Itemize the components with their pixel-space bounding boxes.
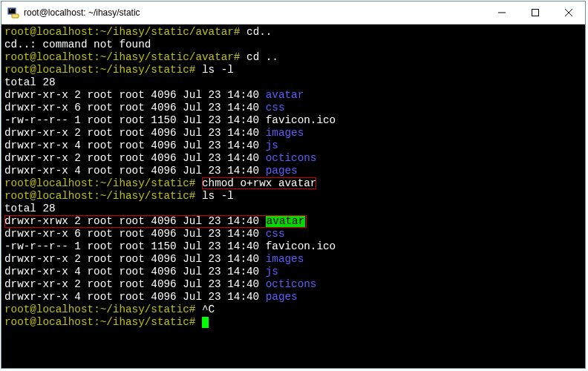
prompt-path: :~/ihasy/static# <box>94 64 195 76</box>
ls-row: drwxr-xr-x 2 root root 4096 Jul 23 14:40… <box>4 253 582 266</box>
app-window: root@localhost: ~/ihasy/static root@loca… <box>1 1 586 369</box>
prompt-path: :~/ihasy/static/avatar# <box>94 51 240 63</box>
ls-row: -rw-r--r-- 1 root root 1150 Jul 23 14:40… <box>4 114 582 127</box>
term-line: cd..: command not found <box>4 39 582 51</box>
ls-row: -rw-r--r-- 1 root root 1150 Jul 23 14:40… <box>4 240 582 253</box>
ls-meta: drwxr-xr-x 2 root root 4096 Jul 23 14:40 <box>4 152 266 164</box>
prompt-path: :~/ihasy/static# <box>94 177 195 189</box>
cmd-chmod: chmod o+rwx avatar <box>202 177 316 189</box>
ls-name: octicons <box>266 152 317 164</box>
term-line: root@localhost:~/ihasy/static# ls -l <box>4 190 582 203</box>
ls-meta: drwxr-xr-x 2 root root 4096 Jul 23 14:40 <box>4 278 266 290</box>
prompt-user: root@localhost <box>4 316 94 328</box>
ls-name: js <box>266 266 278 278</box>
ls-row: drwxr-xr-x 6 root root 4096 Jul 23 14:40… <box>4 102 582 114</box>
prompt-user: root@localhost <box>4 26 94 38</box>
ls-meta: drwxr-xr-x 6 root root 4096 Jul 23 14:40 <box>4 228 266 240</box>
ls-row: drwxr-xr-x 2 root root 4096 Jul 23 14:40… <box>4 89 582 102</box>
ls-name: js <box>266 139 278 151</box>
ls-meta: drwxr-xr-x 6 root root 4096 Jul 23 14:40 <box>4 102 266 114</box>
ls-row: drwxr-xr-x 4 root root 4096 Jul 23 14:40… <box>4 165 582 177</box>
ls-name: css <box>266 102 285 114</box>
ls-name: css <box>266 228 285 240</box>
window-controls <box>485 1 585 24</box>
ls-row: drwxr-xr-x 4 root root 4096 Jul 23 14:40… <box>4 139 582 152</box>
ls-meta: -rw-r--r-- 1 root root 1150 Jul 23 14:40 <box>4 114 266 126</box>
term-line: root@localhost:~/ihasy/static# <box>4 316 582 329</box>
cursor <box>202 317 209 328</box>
prompt-path: :~/ihasy/static/avatar# <box>94 26 240 38</box>
ls-row: drwxr-xr-x 2 root root 4096 Jul 23 14:40… <box>4 127 582 139</box>
ls-meta: drwxr-xr-x 4 root root 4096 Jul 23 14:40 <box>4 291 266 303</box>
term-line: root@localhost:~/ihasy/static# ^C <box>4 303 582 316</box>
prompt-user: root@localhost <box>4 303 94 315</box>
ls-name: octicons <box>266 278 317 290</box>
ls-meta: drwxr-xr-x 4 root root 4096 Jul 23 14:40 <box>4 165 266 177</box>
window-title: root@localhost: ~/ihasy/static <box>24 7 485 18</box>
cmd: ls -l <box>195 64 233 76</box>
close-button[interactable] <box>552 1 585 24</box>
prompt-user: root@localhost <box>4 177 94 189</box>
ls-name: avatar <box>266 89 304 101</box>
prompt-user: root@localhost <box>4 190 94 202</box>
term-line: total 28 <box>4 76 582 89</box>
ls-meta: drwxr-xr-x 4 root root 4096 Jul 23 14:40 <box>4 139 266 151</box>
ls-row: drwxr-xr-x 6 root root 4096 Jul 23 14:40… <box>4 228 582 240</box>
minimize-button[interactable] <box>485 1 518 24</box>
terminal[interactable]: root@localhost:~/ihasy/static/avatar# cd… <box>1 24 585 368</box>
ls-row: drwxr-xr-x 2 root root 4096 Jul 23 14:40… <box>4 152 582 165</box>
putty-icon <box>7 7 19 19</box>
cmd: cd .. <box>240 51 278 63</box>
err: cd..: command not found <box>4 39 151 50</box>
term-line: root@localhost:~/ihasy/static# chmod o+r… <box>4 177 582 190</box>
prompt-user: root@localhost <box>4 51 94 63</box>
ls-name: images <box>266 127 304 139</box>
ls-meta: drwxr-xrwx 2 root root 4096 Jul 23 14:40 <box>4 215 266 227</box>
term-line: root@localhost:~/ihasy/static/avatar# cd… <box>4 26 582 39</box>
titlebar[interactable]: root@localhost: ~/ihasy/static <box>1 1 585 24</box>
ls-row: drwxr-xr-x 4 root root 4096 Jul 23 14:40… <box>4 291 582 303</box>
cmd: ^C <box>195 303 215 315</box>
maximize-button[interactable] <box>518 1 552 24</box>
cmd: ls -l <box>195 190 233 202</box>
svg-rect-5 <box>532 10 538 16</box>
ls-meta: -rw-r--r-- 1 root root 1150 Jul 23 14:40 <box>4 240 266 252</box>
prompt-path: :~/ihasy/static# <box>94 303 195 315</box>
ls-meta: drwxr-xr-x 4 root root 4096 Jul 23 14:40 <box>4 266 266 278</box>
ls-row: drwxr-xr-x 2 root root 4096 Jul 23 14:40… <box>4 278 582 291</box>
prompt-user: root@localhost <box>4 64 94 76</box>
prompt-path: :~/ihasy/static# <box>94 190 195 202</box>
ls-name: favicon.ico <box>266 114 336 126</box>
term-line: root@localhost:~/ihasy/static/avatar# cd… <box>4 51 582 64</box>
ls-meta: drwxr-xr-x 2 root root 4096 Jul 23 14:40 <box>4 253 266 265</box>
svg-rect-2 <box>12 14 19 18</box>
ls-name: pages <box>266 291 298 303</box>
ls-meta: drwxr-xr-x 2 root root 4096 Jul 23 14:40 <box>4 127 266 139</box>
ls-row: drwxr-xr-x 4 root root 4096 Jul 23 14:40… <box>4 266 582 278</box>
ls-meta: drwxr-xr-x 2 root root 4096 Jul 23 14:40 <box>4 89 266 101</box>
ls-name: pages <box>266 165 298 177</box>
cmd: cd.. <box>240 26 272 38</box>
total: total 28 <box>4 76 56 88</box>
prompt-path: :~/ihasy/static# <box>94 316 195 328</box>
total: total 28 <box>4 203 56 214</box>
ls-name: favicon.ico <box>266 240 336 252</box>
term-line: root@localhost:~/ihasy/static# ls -l <box>4 64 582 76</box>
ls-name: images <box>266 253 304 265</box>
term-line: total 28 <box>4 203 582 215</box>
ls-row: drwxr-xrwx 2 root root 4096 Jul 23 14:40… <box>4 215 582 228</box>
ls-name: avatar <box>266 215 305 227</box>
